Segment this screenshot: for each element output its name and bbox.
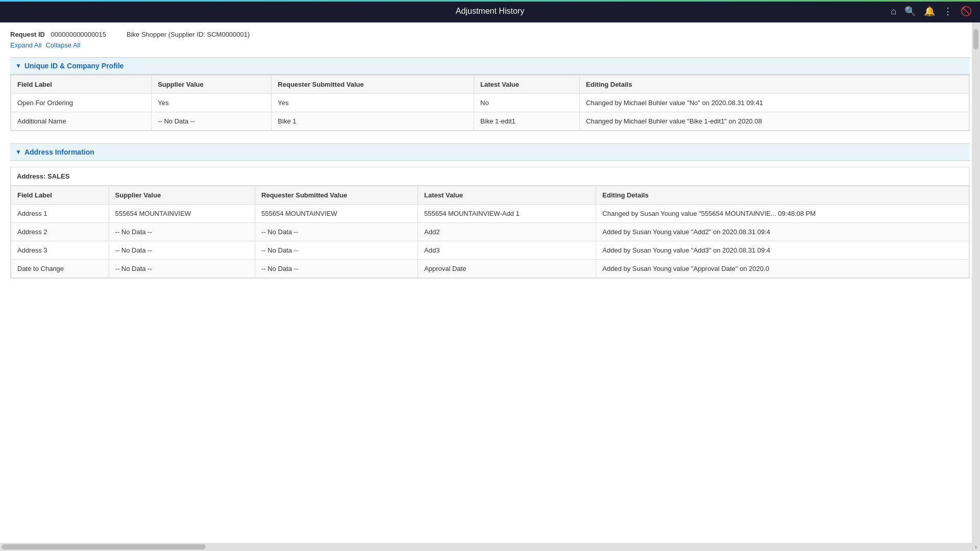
addr-table-cell-latest-value: Add2	[418, 223, 596, 241]
addr-table-cell-latest-value: Approval Date	[418, 260, 596, 278]
table-row: Address 1555654 MOUNTAINVIEW555654 MOUNT…	[11, 205, 969, 223]
col-requester-submitted-value: Requester Submitted Value	[272, 76, 474, 94]
vertical-scroll-thumb	[973, 29, 978, 49]
table-row: Address 2-- No Data ---- No Data --Add2A…	[11, 223, 969, 241]
main-content: Request ID 000000000000015 Bike Shopper …	[0, 22, 980, 299]
col-latest-value: Latest Value	[474, 76, 580, 94]
address-sales-subsection: Address: SALES Field Label Supplier Valu…	[10, 167, 970, 279]
addr-table-cell-requester-submitted-value: -- No Data --	[255, 223, 418, 241]
expand-all-link[interactable]: Expand All	[10, 41, 41, 49]
expand-collapse-controls: Expand All Collapse All	[10, 41, 970, 49]
bell-icon[interactable]: 🔔	[924, 6, 935, 17]
addr-table-cell-editing-details: Added by Susan Young value "Add3" on 202…	[596, 241, 969, 260]
addr-table-cell-requester-submitted-value: 555654 MOUNTAINVIEW	[255, 205, 418, 223]
addr-table-cell-latest-value: 555654 MOUNTAINVIEW-Add 1	[418, 205, 596, 223]
addr-col-requester-submitted-value: Requester Submitted Value	[255, 186, 418, 205]
table-row: Address 3-- No Data ---- No Data --Add3A…	[11, 241, 969, 260]
unique-id-table: Field Label Supplier Value Requester Sub…	[11, 75, 969, 131]
col-field-label: Field Label	[11, 76, 152, 94]
addr-table-cell-supplier-value: -- No Data --	[109, 241, 255, 260]
table-cell-requester-submitted-value: Bike 1	[272, 112, 474, 131]
addr-table-cell-field-label: Address 1	[11, 205, 109, 223]
table-row: Additional Name-- No Data --Bike 1Bike 1…	[11, 112, 969, 131]
table-cell-field-label: Additional Name	[11, 112, 152, 131]
table-cell-editing-details: Changed by Michael Buhler value "No" on …	[580, 94, 969, 112]
table-header-row: Field Label Supplier Value Requester Sub…	[11, 76, 969, 94]
addr-col-latest-value: Latest Value	[418, 186, 596, 205]
col-editing-details: Editing Details	[580, 76, 969, 94]
supplier-info: Bike Shopper (Supplier ID: SCM0000001)	[127, 31, 250, 38]
address-table-header-row: Field Label Supplier Value Requester Sub…	[11, 186, 969, 205]
section-address-information: ▼ Address Information Address: SALES Fie…	[10, 143, 970, 279]
addr-col-field-label: Field Label	[11, 186, 109, 205]
addr-table-cell-requester-submitted-value: -- No Data --	[255, 260, 418, 278]
table-row: Open For OrderingYesYesNoChanged by Mich…	[11, 94, 969, 112]
section-header-unique-id[interactable]: ▼ Unique ID & Company Profile	[10, 57, 970, 74]
section-header-address[interactable]: ▼ Address Information	[10, 143, 970, 161]
more-vertical-icon[interactable]: ⋮	[943, 6, 952, 17]
table-row: Date to Change-- No Data ---- No Data --…	[11, 260, 969, 278]
table-cell-editing-details: Changed by Michael Buhler value "Bike 1-…	[580, 112, 969, 131]
request-id-block: Request ID 000000000000015	[10, 31, 106, 38]
chevron-down-icon-address: ▼	[15, 148, 21, 156]
search-icon[interactable]: 🔍	[904, 6, 916, 17]
addr-table-cell-latest-value: Add3	[418, 241, 596, 260]
request-info: Request ID 000000000000015 Bike Shopper …	[10, 31, 970, 38]
addr-table-cell-editing-details: Added by Susan Young value "Add2" on 202…	[596, 223, 969, 241]
col-supplier-value: Supplier Value	[152, 76, 272, 94]
addr-table-cell-field-label: Address 3	[11, 241, 109, 260]
chevron-down-icon: ▼	[15, 62, 21, 69]
addr-table-cell-supplier-value: 555654 MOUNTAINVIEW	[109, 205, 255, 223]
table-cell-requester-submitted-value: Yes	[272, 94, 474, 112]
navbar: Adjustment History ⌂ 🔍 🔔 ⋮ 🚫	[0, 0, 980, 22]
unique-id-table-wrapper: Field Label Supplier Value Requester Sub…	[10, 74, 970, 131]
addr-table-cell-editing-details: Changed by Susan Young value "555654 MOU…	[596, 205, 969, 223]
table-cell-supplier-value: Yes	[152, 94, 272, 112]
section-title-address: Address Information	[24, 148, 94, 156]
vertical-scrollbar[interactable]	[972, 22, 980, 299]
address-sales-header: Address: SALES	[11, 167, 969, 186]
home-icon[interactable]: ⌂	[891, 6, 896, 17]
addr-table-cell-field-label: Address 2	[11, 223, 109, 241]
section-unique-id-company-profile: ▼ Unique ID & Company Profile Field Labe…	[10, 57, 970, 131]
addr-col-supplier-value: Supplier Value	[109, 186, 255, 205]
table-cell-latest-value: No	[474, 94, 580, 112]
addr-table-cell-supplier-value: -- No Data --	[109, 223, 255, 241]
request-id-label: Request ID	[10, 31, 45, 38]
collapse-all-link[interactable]: Collapse All	[45, 41, 80, 49]
navbar-icons: ⌂ 🔍 🔔 ⋮ 🚫	[891, 6, 972, 17]
addr-col-editing-details: Editing Details	[596, 186, 969, 205]
table-cell-field-label: Open For Ordering	[11, 94, 152, 112]
block-icon[interactable]: 🚫	[961, 6, 972, 17]
page-title: Adjustment History	[456, 7, 524, 16]
addr-table-cell-requester-submitted-value: -- No Data --	[255, 241, 418, 260]
table-cell-latest-value: Bike 1-edit1	[474, 112, 580, 131]
addr-table-cell-editing-details: Added by Susan Young value "Approval Dat…	[596, 260, 969, 278]
address-sales-table: Field Label Supplier Value Requester Sub…	[11, 186, 969, 278]
addr-table-cell-field-label: Date to Change	[11, 260, 109, 278]
addr-table-cell-supplier-value: -- No Data --	[109, 260, 255, 278]
request-id-value: 000000000000015	[51, 31, 106, 38]
section-title-unique-id: Unique ID & Company Profile	[24, 62, 124, 70]
table-cell-supplier-value: -- No Data --	[152, 112, 272, 131]
